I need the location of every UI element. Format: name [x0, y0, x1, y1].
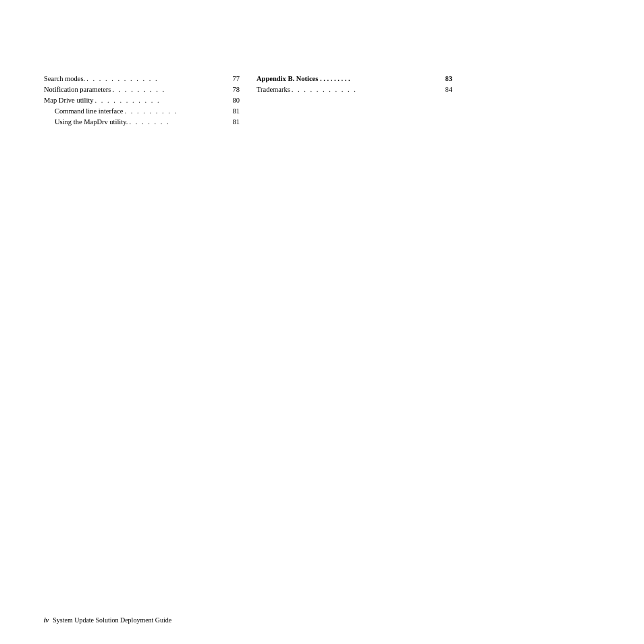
toc-page-appendix-b: 83 — [446, 74, 453, 84]
toc-title-usingmapdrv: Using the MapDrv utility. — [55, 117, 128, 127]
toc-columns: Search modes. . . . . . . . . . . . . 77… — [44, 74, 600, 128]
toc-title-mapdrive: Map Drive utility — [44, 96, 94, 105]
toc-title-search-modes: Search modes. — [44, 74, 85, 84]
toc-dots-mapdrive: . . . . . . . . . . . — [94, 96, 233, 105]
toc-page-notification: 78 — [233, 85, 240, 95]
toc-entry-usingmapdrv: Using the MapDrv utility. . . . . . . . … — [44, 117, 240, 127]
toc-entry-cmdline: Command line interface . . . . . . . . .… — [44, 107, 240, 116]
toc-entry-notification: Notification parameters . . . . . . . . … — [44, 85, 240, 95]
toc-entry-mapdrive: Map Drive utility . . . . . . . . . . . … — [44, 96, 240, 105]
toc-page-search-modes: 77 — [233, 74, 240, 84]
toc-dots-notification: . . . . . . . . . — [111, 85, 232, 95]
toc-entry-search-modes: Search modes. . . . . . . . . . . . . 77 — [44, 74, 240, 84]
toc-dots-usingmapdrv: . . . . . . . — [128, 117, 232, 127]
toc-title-trademarks: Trademarks — [257, 85, 290, 95]
toc-title-notification: Notification parameters — [44, 85, 111, 95]
toc-page-trademarks: 84 — [446, 85, 453, 95]
toc-entry-appendix-b: Appendix B. Notices . . . . . . . . . 83 — [257, 74, 452, 84]
footer-page-number: iv — [44, 616, 49, 624]
toc-dots-trademarks: . . . . . . . . . . . — [290, 85, 446, 95]
toc-page-mapdrive: 80 — [233, 96, 240, 105]
toc-dots-cmdline: . . . . . . . . . — [123, 107, 232, 116]
footer-document-title: System Update Solution Deployment Guide — [53, 616, 171, 624]
toc-entry-trademarks: Trademarks . . . . . . . . . . . 84 — [257, 85, 452, 95]
page-footer: iv System Update Solution Deployment Gui… — [44, 616, 600, 624]
toc-right: Appendix B. Notices . . . . . . . . . 83… — [257, 74, 452, 128]
toc-left: Search modes. . . . . . . . . . . . . 77… — [44, 74, 240, 128]
toc-title-appendix-b: Appendix B. Notices . . . . . . . . . — [257, 74, 350, 84]
toc-page-cmdline: 81 — [233, 107, 240, 116]
toc-dots-search-modes: . . . . . . . . . . . . — [85, 74, 232, 84]
toc-page-usingmapdrv: 81 — [233, 117, 240, 127]
toc-title-cmdline: Command line interface — [55, 107, 123, 116]
page-content: Search modes. . . . . . . . . . . . . 77… — [44, 74, 600, 128]
